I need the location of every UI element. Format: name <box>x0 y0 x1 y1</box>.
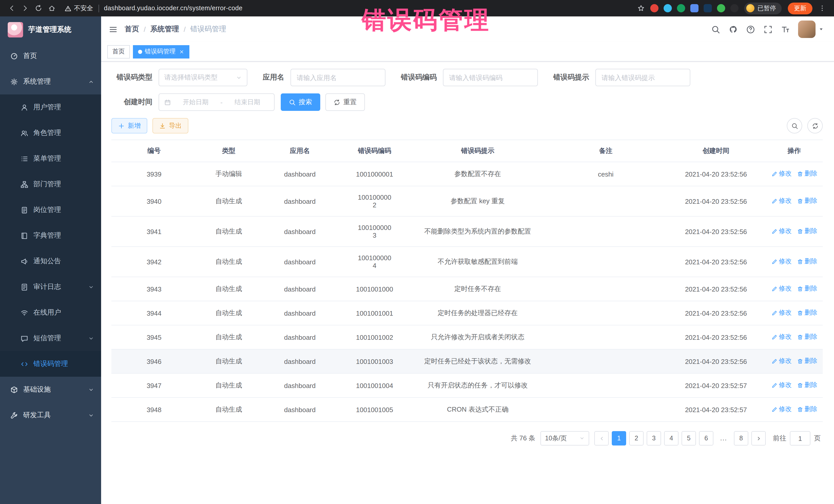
toggle-search-button[interactable] <box>787 118 802 133</box>
error-type-select[interactable]: 请选择错误码类型 <box>159 69 247 86</box>
tab-close-icon[interactable] <box>179 49 184 54</box>
prev-page-button[interactable] <box>594 431 609 445</box>
sidebar-item-dict[interactable]: 字典管理 <box>0 223 101 248</box>
export-button[interactable]: 导出 <box>152 118 188 133</box>
page-button-1[interactable]: 1 <box>612 431 626 445</box>
edit-link[interactable]: 修改 <box>771 405 792 414</box>
extension-icon[interactable] <box>717 4 725 12</box>
tab-error-code[interactable]: 错误码管理 <box>133 45 190 58</box>
error-code-icon <box>21 360 28 368</box>
sidebar-toggle[interactable] <box>101 17 125 42</box>
site-security-label[interactable]: 不安全 <box>65 4 93 13</box>
delete-link[interactable]: 删除 <box>797 257 817 266</box>
trash-icon <box>797 382 803 389</box>
edit-link[interactable]: 修改 <box>771 170 792 178</box>
next-page-button[interactable] <box>751 431 766 445</box>
browser-menu-icon[interactable] <box>815 2 829 15</box>
edit-link[interactable]: 修改 <box>771 197 792 205</box>
extension-icon[interactable] <box>677 4 685 12</box>
github-button[interactable] <box>724 21 742 38</box>
page-button-8[interactable]: 8 <box>734 431 748 445</box>
page-button-4[interactable]: 4 <box>664 431 679 445</box>
page-button-2[interactable]: 2 <box>629 431 643 445</box>
avatar-menu-button[interactable] <box>815 21 827 38</box>
column-header: 类型 <box>197 140 261 162</box>
app-name-input[interactable] <box>290 69 386 86</box>
page-button-3[interactable]: 3 <box>647 431 661 445</box>
edit-link[interactable]: 修改 <box>771 381 792 390</box>
reset-button[interactable]: 重置 <box>325 93 365 111</box>
breadcrumb-system[interactable]: 系统管理 <box>150 25 179 34</box>
edit-link[interactable]: 修改 <box>771 257 792 266</box>
column-header: 创建时间 <box>666 140 766 162</box>
page-size-select[interactable]: 10条/页 <box>541 431 589 445</box>
search-button[interactable]: 搜索 <box>281 93 320 111</box>
delete-link[interactable]: 删除 <box>797 227 817 236</box>
browser-update-button[interactable]: 更新 <box>788 2 812 14</box>
page-button-5[interactable]: 5 <box>682 431 696 445</box>
sidebar-item-dev-tools[interactable]: 研发工具 <box>0 402 101 428</box>
sidebar-item-notice[interactable]: 通知公告 <box>0 248 101 274</box>
edit-link[interactable]: 修改 <box>771 333 792 342</box>
delete-link[interactable]: 删除 <box>797 285 817 293</box>
font-size-button[interactable] <box>776 21 794 38</box>
edit-link[interactable]: 修改 <box>771 309 792 317</box>
sidebar-item-role[interactable]: 角色管理 <box>0 120 101 146</box>
profile-face-icon <box>746 4 754 12</box>
sidebar-item-user[interactable]: 用户管理 <box>0 94 101 120</box>
breadcrumb-home[interactable]: 首页 <box>125 25 139 34</box>
browser-back-button[interactable] <box>5 2 19 15</box>
app-logo[interactable]: 芋道管理系统 <box>0 17 101 43</box>
extension-icon[interactable] <box>704 4 712 12</box>
header-search-button[interactable] <box>707 21 724 38</box>
extension-icon[interactable] <box>664 4 672 12</box>
browser-forward-button[interactable] <box>19 2 32 15</box>
add-button[interactable]: 新增 <box>111 118 147 133</box>
extension-icon[interactable] <box>650 4 658 12</box>
edit-link[interactable]: 修改 <box>771 227 792 236</box>
help-button[interactable] <box>742 21 759 38</box>
cell-memo: ceshi <box>545 162 666 186</box>
delete-link[interactable]: 删除 <box>797 357 817 366</box>
sidebar-item-infra[interactable]: 基础设施 <box>0 377 101 402</box>
user-avatar[interactable] <box>798 21 815 38</box>
address-bar[interactable]: dashboard.yudao.iocoder.cn/system/error-… <box>104 5 242 12</box>
browser-home-button[interactable] <box>45 2 59 15</box>
delete-link[interactable]: 删除 <box>797 197 817 205</box>
sidebar-item-audit-log[interactable]: 审计日志 <box>0 274 101 300</box>
extension-paused-badge[interactable]: 已暂停 <box>744 2 782 14</box>
sidebar-item-error-code[interactable]: 错误码管理 <box>0 351 101 377</box>
error-message-input[interactable] <box>595 69 690 86</box>
bookmark-star-icon[interactable] <box>634 2 648 15</box>
table-row: 3947自动生成dashboard1001001004只有开启状态的任务，才可以… <box>111 373 823 397</box>
sidebar-item-sms[interactable]: 短信管理 <box>0 325 101 351</box>
edit-link[interactable]: 修改 <box>771 285 792 293</box>
page-button-6[interactable]: 6 <box>699 431 714 445</box>
create-time-range-picker[interactable]: 开始日期 - 结束日期 <box>159 93 275 111</box>
sidebar-item-system[interactable]: 系统管理 <box>0 69 101 94</box>
breadcrumb-separator: / <box>184 25 186 34</box>
delete-link[interactable]: 删除 <box>797 381 817 390</box>
browser-reload-button[interactable] <box>32 2 45 15</box>
sidebar-item-dept[interactable]: 部门管理 <box>0 171 101 197</box>
page-ellipsis[interactable]: ... <box>717 431 731 445</box>
cell-code: 1001001000 <box>339 277 410 301</box>
tab-home[interactable]: 首页 <box>107 45 130 58</box>
sidebar-item-post[interactable]: 岗位管理 <box>0 197 101 223</box>
fullscreen-button[interactable] <box>759 21 776 38</box>
edit-link[interactable]: 修改 <box>771 357 792 366</box>
error-code-input[interactable] <box>443 69 538 86</box>
sidebar-item-label: 角色管理 <box>34 128 94 137</box>
cell-message: 只允许修改为开启或者关闭状态 <box>410 325 545 349</box>
delete-link[interactable]: 删除 <box>797 333 817 342</box>
extension-icon[interactable] <box>690 4 699 12</box>
delete-link[interactable]: 删除 <box>797 405 817 414</box>
sidebar-item-home[interactable]: 首页 <box>0 43 101 69</box>
sidebar-item-online-user[interactable]: 在线用户 <box>0 300 101 325</box>
refresh-table-button[interactable] <box>807 118 823 133</box>
delete-link[interactable]: 删除 <box>797 309 817 317</box>
delete-link[interactable]: 删除 <box>797 170 817 178</box>
sidebar-item-menu[interactable]: 菜单管理 <box>0 146 101 171</box>
extension-icon[interactable] <box>730 4 739 12</box>
goto-page-input[interactable] <box>790 431 810 445</box>
